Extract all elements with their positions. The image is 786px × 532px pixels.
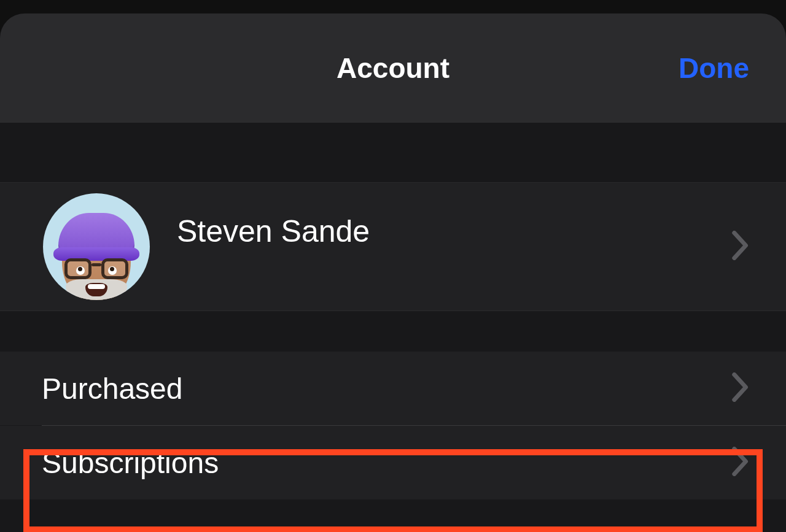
- account-modal: Account Done Steven San: [0, 13, 786, 532]
- row-label: Subscriptions: [42, 446, 219, 480]
- profile-name: Steven Sande: [177, 214, 370, 249]
- section-spacer: [0, 311, 786, 352]
- row-label: Purchased: [42, 372, 182, 406]
- page-title: Account: [337, 52, 449, 85]
- navigation-bar: Account Done: [0, 13, 786, 123]
- background-layer: Account Done Steven San: [0, 0, 786, 532]
- subscriptions-row[interactable]: Subscriptions: [0, 426, 786, 499]
- chevron-right-icon: [732, 447, 749, 479]
- section-spacer: [0, 123, 786, 182]
- profile-row[interactable]: Steven Sande: [0, 182, 786, 311]
- memoji-icon: [56, 212, 136, 300]
- done-button[interactable]: Done: [679, 52, 749, 85]
- avatar: [43, 193, 150, 300]
- chevron-right-icon: [732, 372, 749, 404]
- purchased-row[interactable]: Purchased: [0, 352, 786, 425]
- chevron-right-icon: [732, 231, 749, 263]
